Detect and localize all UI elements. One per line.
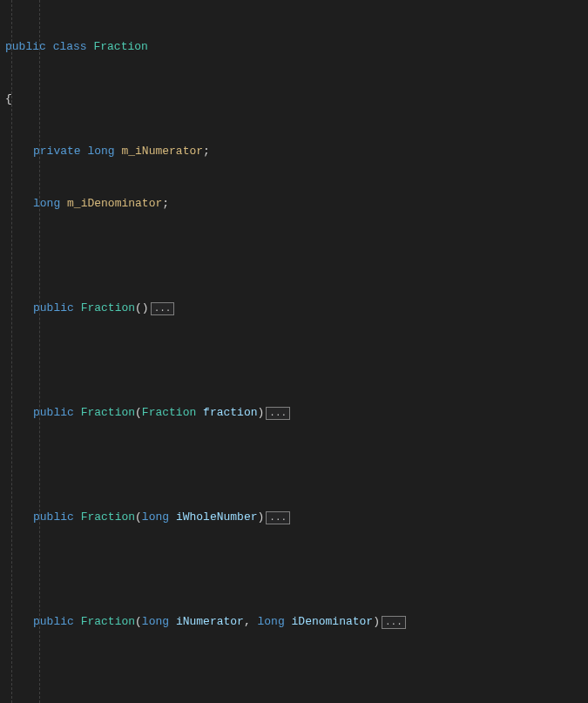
fold-icon[interactable]: ... — [382, 616, 406, 629]
code-line: private long m_iNumerator; — [5, 143, 588, 160]
fold-icon[interactable]: ... — [266, 511, 290, 524]
code-line: public Fraction()... — [5, 300, 588, 317]
code-line: public class Fraction — [5, 38, 588, 56]
fold-icon[interactable]: ... — [151, 302, 175, 315]
blank-line — [5, 666, 588, 683]
blank-line — [5, 456, 588, 474]
code-line: { — [5, 91, 588, 108]
blank-line — [5, 352, 588, 369]
blank-line — [5, 561, 588, 578]
code-line: public Fraction(long iNumerator, long iD… — [5, 613, 588, 631]
code-editor[interactable]: public class Fraction { private long m_i… — [5, 3, 588, 703]
fold-icon[interactable]: ... — [266, 407, 290, 420]
blank-line — [5, 247, 588, 265]
code-line: public Fraction(Fraction fraction)... — [5, 404, 588, 422]
code-line: public Fraction(long iWholeNumber)... — [5, 509, 588, 526]
code-line: long m_iDenominator; — [5, 195, 588, 213]
